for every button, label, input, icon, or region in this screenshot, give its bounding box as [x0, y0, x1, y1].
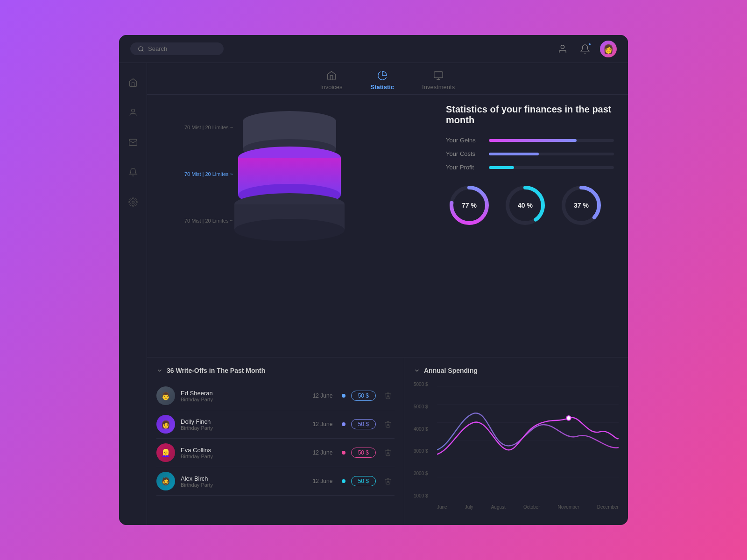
- stat-label-profit: Your Profit: [446, 164, 483, 171]
- delete-btn-ed[interactable]: [381, 389, 395, 402]
- x-label-august: August: [491, 504, 506, 510]
- trash-icon-2: [384, 420, 392, 428]
- write-off-item-1: 👨 Ed Sheeran Birthday Party 12 June 50 $: [156, 382, 395, 410]
- person-info-dolly: Dolly Finch Birthday Party: [181, 418, 307, 431]
- donut-costs: 40 %: [502, 182, 549, 229]
- sidebar: [119, 63, 147, 525]
- tab-statistic-label: Statistic: [371, 84, 395, 91]
- y-label-2: 5000 $: [414, 404, 435, 409]
- item-date-dolly: 12 June: [313, 421, 336, 427]
- y-label-3: 4000 $: [414, 427, 435, 432]
- person-sub-dolly: Birthday Party: [181, 425, 307, 431]
- header: 👩: [119, 35, 628, 63]
- amount-badge-ed: 50 $: [351, 391, 376, 401]
- cylinder-label-mid: 70 Mist | 20 Limites ~: [184, 171, 233, 177]
- tab-invoices[interactable]: Invoices: [320, 70, 343, 91]
- svg-point-2: [131, 109, 134, 112]
- person-name-alex: Alex Birch: [181, 475, 307, 482]
- stat-bar-fill-costs: [489, 153, 539, 155]
- donut-svg-gains: 77 %: [446, 182, 493, 229]
- search-icon: [138, 46, 144, 52]
- svg-point-0: [139, 46, 143, 50]
- avatar-ed: 👨: [156, 386, 175, 405]
- x-label-june: June: [437, 504, 447, 510]
- avatar-alex: 🧔: [156, 472, 175, 490]
- amount-badge-dolly: 50 $: [351, 419, 376, 429]
- search-input[interactable]: [148, 45, 213, 52]
- annual-spending-header[interactable]: Annual Spending: [414, 367, 619, 374]
- person-sub-ed: Birthday Party: [181, 397, 307, 402]
- sidebar-item-user[interactable]: [125, 104, 141, 121]
- person-name-eva: Eva Collins: [181, 447, 307, 454]
- sidebar-item-bell[interactable]: [125, 164, 141, 181]
- line-chart-svg: [437, 382, 619, 482]
- write-offs-panel: 36 Write-Offs in The Past Month 👨 Ed She…: [147, 357, 404, 525]
- svg-text:77 %: 77 %: [462, 202, 477, 209]
- cylinder-label-bot: 70 Mist | 20 Limites ~: [184, 218, 233, 224]
- x-label-july: July: [465, 504, 473, 510]
- delete-btn-eva[interactable]: [381, 446, 395, 459]
- person-sub-eva: Birthday Party: [181, 454, 307, 459]
- annual-spending-panel: Annual Spending 5000 $ 5000 $ 4000 $ 300…: [404, 357, 628, 525]
- delete-btn-alex[interactable]: [381, 475, 395, 488]
- notification-badge: [588, 42, 592, 46]
- item-dot-ed: [342, 394, 345, 398]
- right-panel: Statistics of your finances in the past …: [432, 95, 628, 357]
- trash-icon-4: [384, 477, 392, 485]
- write-off-item-2: 👩 Dolly Finch Birthday Party 12 June 50 …: [156, 410, 395, 439]
- stats-title: Statistics of your finances in the past …: [446, 104, 614, 126]
- sidebar-item-mail[interactable]: [125, 134, 141, 151]
- y-label-5: 2000 $: [414, 471, 435, 476]
- amount-badge-eva: 50 $: [351, 448, 376, 458]
- trash-icon-3: [384, 449, 392, 456]
- chart-x-labels: June July August October November Decemb…: [437, 501, 619, 512]
- user-avatar[interactable]: 👩: [600, 41, 617, 57]
- stat-row-profit: Your Profit: [446, 164, 614, 171]
- write-off-item-4: 🧔 Alex Birch Birthday Party 12 June 50 $: [156, 467, 395, 496]
- stat-bar-bg-gains: [489, 139, 614, 142]
- person-name-dolly: Dolly Finch: [181, 418, 307, 425]
- annual-spending-title: Annual Spending: [424, 367, 478, 374]
- x-label-november: November: [558, 504, 579, 510]
- avatar-eva: 👱‍♀️: [156, 443, 175, 462]
- write-offs-header[interactable]: 36 Write-Offs in The Past Month: [156, 367, 395, 374]
- stat-label-gains: Your Geins: [446, 137, 483, 144]
- tab-investments[interactable]: Investments: [422, 70, 455, 91]
- svg-rect-3: [129, 139, 137, 145]
- notification-icon[interactable]: [578, 42, 592, 56]
- item-date-ed: 12 June: [313, 392, 336, 399]
- cylinder-chart: 70 Mist | 20 Limites ~ 70 Mist | 20 Limi…: [156, 104, 423, 244]
- item-dot-alex: [342, 479, 345, 483]
- stat-bar-bg-costs: [489, 153, 614, 155]
- donut-gains: 77 %: [446, 182, 493, 229]
- sidebar-item-home[interactable]: [125, 74, 141, 91]
- y-label-1: 5000 $: [414, 382, 435, 387]
- header-right: 👩: [555, 41, 617, 57]
- person-sub-alex: Birthday Party: [181, 482, 307, 488]
- y-label-6: 1000 $: [414, 493, 435, 498]
- item-dot-eva: [342, 451, 345, 455]
- person-info-alex: Alex Birch Birthday Party: [181, 475, 307, 488]
- delete-btn-dolly[interactable]: [381, 418, 395, 431]
- item-date-alex: 12 June: [313, 478, 336, 484]
- item-dot-dolly: [342, 422, 345, 426]
- sidebar-item-settings[interactable]: [125, 194, 141, 210]
- amount-badge-alex: 50 $: [351, 476, 376, 486]
- user-icon[interactable]: [555, 42, 570, 56]
- chart-area: 5000 $ 5000 $ 4000 $ 3000 $ 2000 $ 1000 …: [414, 382, 619, 512]
- tab-investments-label: Investments: [422, 84, 455, 91]
- stat-row-costs: Your Costs: [446, 150, 614, 157]
- stat-bar-fill-profit: [489, 166, 514, 169]
- left-panel: 70 Mist | 20 Limites ~ 70 Mist | 20 Limi…: [147, 95, 432, 357]
- chevron-down-icon-2: [414, 367, 420, 374]
- tab-statistic[interactable]: Statistic: [371, 70, 395, 91]
- x-label-october: October: [523, 504, 540, 510]
- search-bar[interactable]: [130, 42, 224, 55]
- donut-profit: 37 %: [558, 182, 605, 229]
- body: Invoices Statistic Investments: [119, 63, 628, 525]
- svg-text:37 %: 37 %: [574, 202, 589, 209]
- item-date-eva: 12 June: [313, 449, 336, 456]
- x-label-december: December: [597, 504, 619, 510]
- donut-svg-costs: 40 %: [502, 182, 549, 229]
- stat-label-costs: Your Costs: [446, 150, 483, 157]
